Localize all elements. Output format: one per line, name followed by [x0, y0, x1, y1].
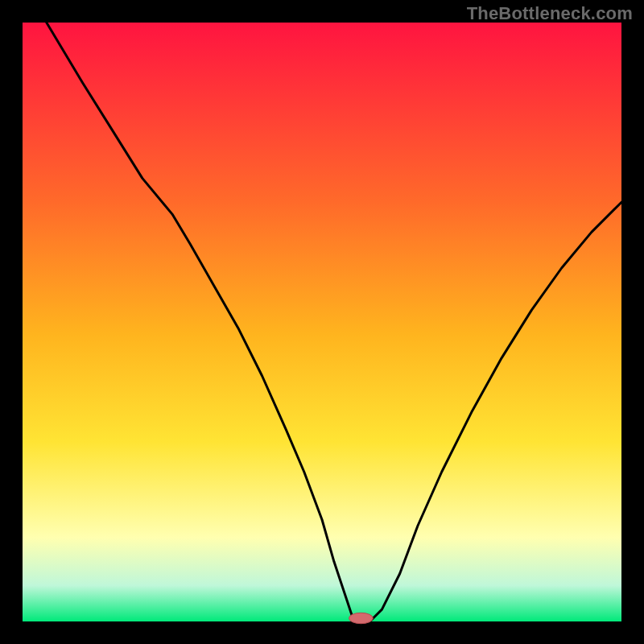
chart-frame: { "watermark": "TheBottleneck.com", "col… [0, 0, 644, 644]
watermark-text: TheBottleneck.com [467, 3, 633, 24]
optimum-marker [349, 613, 374, 623]
plot-area [23, 23, 621, 624]
bottleneck-chart [0, 0, 644, 644]
svg-rect-0 [23, 23, 621, 621]
